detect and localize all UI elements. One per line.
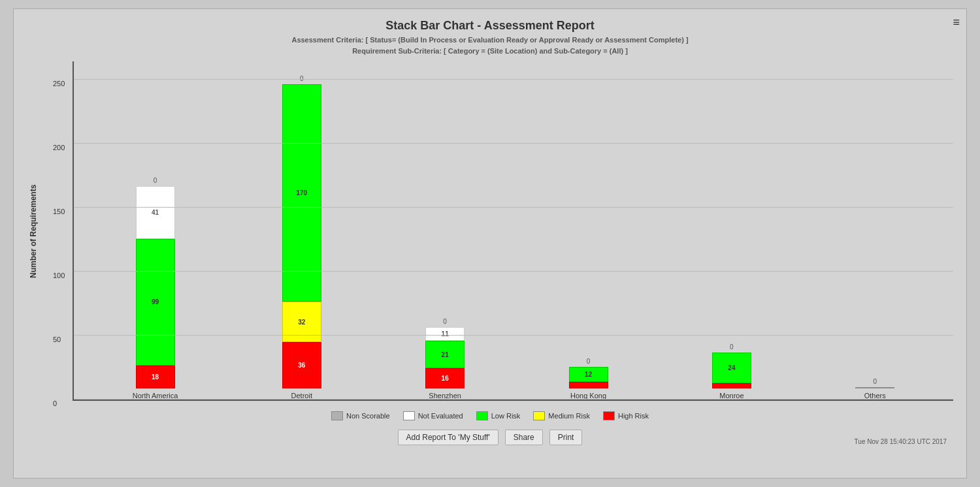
bar-segment-low_risk: 170 xyxy=(282,84,321,302)
legend-item-low_risk: Low Risk xyxy=(476,411,521,420)
legend-color-box xyxy=(331,411,343,420)
bar-x-label: Shenzhen xyxy=(429,392,461,400)
legend-color-box xyxy=(603,411,615,420)
bar-group: 012Hong Kong xyxy=(569,367,608,400)
y-tick-label: 100 xyxy=(53,272,65,279)
legend-label: Low Risk xyxy=(491,412,521,420)
legend-label: High Risk xyxy=(618,412,649,420)
y-tick-label: 0 xyxy=(53,400,57,407)
bar-segment-low_risk: 12 xyxy=(569,367,608,383)
bar-top-label: 0 xyxy=(443,318,447,325)
bar-group: 0162111Shenzhen xyxy=(425,327,465,400)
bar-segment-low_risk: 99 xyxy=(136,239,175,366)
y-tick-label: 250 xyxy=(53,80,65,87)
y-axis-label: Number of Requirements xyxy=(27,61,40,401)
legend-item-medium_risk: Medium Risk xyxy=(533,411,590,420)
bar-segment-high_risk: 36 xyxy=(282,342,321,388)
bar-group: 03632170Detroit xyxy=(282,84,321,400)
timestamp: Tue Nov 28 15:40:23 UTC 2017 xyxy=(855,438,947,445)
legend-item-not_evaluated: Not Evaluated xyxy=(403,411,463,420)
bar-x-label: North America xyxy=(133,392,178,400)
legend-color-box xyxy=(476,411,488,420)
legend-label: Not Evaluated xyxy=(418,412,463,420)
legend-label: Non Scorable xyxy=(346,412,390,420)
bar-x-label: Monroe xyxy=(719,392,743,400)
chart-subtitle: Assessment Criteria: [ Status= (Build In… xyxy=(27,35,953,56)
legend-color-box xyxy=(533,411,545,420)
bar-segment-high_risk: 18 xyxy=(136,366,175,388)
bar-segment-not_evaluated: 41 xyxy=(136,186,175,238)
bar-segment-low_risk: 24 xyxy=(712,353,751,383)
bar-top-label: 0 xyxy=(300,75,304,82)
bar-group: 0Others xyxy=(855,387,894,400)
bar-segment-not_evaluated: 11 xyxy=(425,327,465,341)
chart-title: Stack Bar Chart - Assessment Report xyxy=(27,19,953,33)
bar-group: 0189941North America xyxy=(133,186,178,400)
bar-segment-high_risk xyxy=(569,382,608,388)
bar-top-label: 0 xyxy=(587,358,591,365)
bar-top-label: 0 xyxy=(873,378,877,385)
legend-color-box xyxy=(403,411,415,420)
chart-plot: 0189941North America03632170Detroit01621… xyxy=(73,61,953,401)
legend-item-high_risk: High Risk xyxy=(603,411,649,420)
bar-top-label: 0 xyxy=(730,343,734,351)
legend-label: Medium Risk xyxy=(548,412,590,420)
bar-x-label: Hong Kong xyxy=(570,392,606,400)
bar-segment-non_scorable xyxy=(855,387,894,388)
menu-icon[interactable]: ≡ xyxy=(953,16,960,29)
chart-container: ≡ Stack Bar Chart - Assessment Report As… xyxy=(13,8,967,479)
chart-area: Number of Requirements 0189941North Amer… xyxy=(27,61,953,401)
bar-segment-medium_risk: 32 xyxy=(282,302,321,343)
bar-segment-high_risk: 16 xyxy=(425,368,465,388)
bar-x-label: Detroit xyxy=(291,392,312,400)
share-button[interactable]: Share xyxy=(505,430,543,445)
print-button[interactable]: Print xyxy=(549,430,583,445)
bar-group: 024Monroe xyxy=(712,353,751,400)
bars-area: 0189941North America03632170Detroit01621… xyxy=(74,61,953,400)
bar-top-label: 0 xyxy=(154,177,157,184)
legend-item-non_scorable: Non Scorable xyxy=(331,411,390,420)
y-tick-label: 200 xyxy=(53,144,65,151)
bottom-bar: Add Report To 'My Stuff' Share Print Tue… xyxy=(27,430,953,445)
bar-segment-low_risk: 21 xyxy=(425,341,465,368)
bar-segment-high_risk xyxy=(712,383,751,388)
y-tick-label: 150 xyxy=(53,208,65,215)
add-report-button[interactable]: Add Report To 'My Stuff' xyxy=(398,430,498,445)
legend: Non ScorableNot EvaluatedLow RiskMedium … xyxy=(27,407,953,424)
y-tick-label: 50 xyxy=(53,336,61,343)
y-axis-area xyxy=(43,61,73,401)
bar-x-label: Others xyxy=(864,392,886,400)
